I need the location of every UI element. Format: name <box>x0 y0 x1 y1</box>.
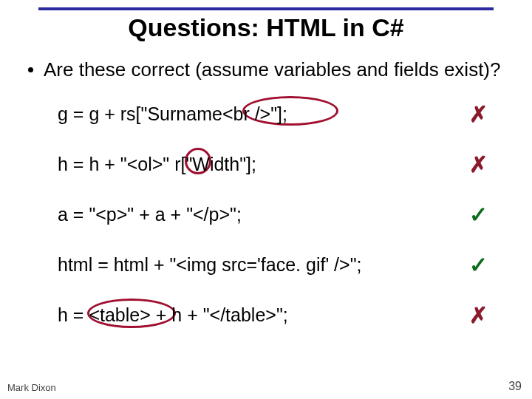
slide: Questions: HTML in C# Are these correct … <box>0 0 532 399</box>
slide-title: Questions: HTML in C# <box>15 13 517 42</box>
bullet-row: Are these correct (assume variables and … <box>28 58 517 81</box>
code-line: a = "<p>" + a + "</p>";✓ <box>58 201 488 228</box>
code-text: h = h + "<ol>" r["Width"]; <box>58 154 256 175</box>
code-line: h = h + "<ol>" r["Width"];✗ <box>58 151 488 177</box>
check-icon: ✓ <box>469 202 488 228</box>
code-lines: g = g + rs["Surname<br />"];✗h = h + "<o… <box>58 100 488 328</box>
code-text: html = html + "<img src='face. gif' />"; <box>58 254 361 276</box>
cross-icon: ✗ <box>469 302 488 328</box>
top-rule <box>38 7 494 10</box>
code-line: html = html + "<img src='face. gif' />";… <box>58 251 488 278</box>
footer-author: Mark Dixon <box>7 382 56 393</box>
bullet-dot-icon <box>28 67 33 72</box>
code-line: g = g + rs["Surname<br />"];✗ <box>58 100 488 127</box>
code-line: h = <table> + h + "</table>";✗ <box>58 301 488 328</box>
check-icon: ✓ <box>469 252 488 278</box>
code-text: h = <table> + h + "</table>"; <box>58 304 288 326</box>
code-text: g = g + rs["Surname<br />"]; <box>58 103 287 125</box>
cross-icon: ✗ <box>469 101 488 127</box>
page-number: 39 <box>508 380 522 393</box>
cross-icon: ✗ <box>469 151 488 177</box>
question-text: Are these correct (assume variables and … <box>44 58 501 81</box>
code-text: a = "<p>" + a + "</p>"; <box>58 204 242 225</box>
